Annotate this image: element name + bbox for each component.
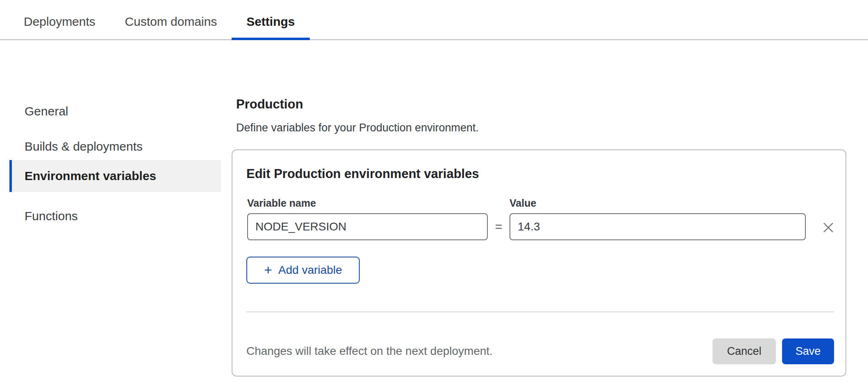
card-divider xyxy=(246,311,834,312)
variable-name-label: Variable name xyxy=(247,197,316,209)
pages-settings-screen: Deployments Custom domains Settings Gene… xyxy=(0,0,868,388)
save-button[interactable]: Save xyxy=(782,338,834,364)
card-title: Edit Production environment variables xyxy=(246,167,479,181)
tab-custom-domains[interactable]: Custom domains xyxy=(110,0,232,39)
add-variable-button[interactable]: + Add variable xyxy=(246,257,360,284)
card-footer: Changes will take effect on the next dep… xyxy=(246,338,834,364)
top-tab-bar: Deployments Custom domains Settings xyxy=(0,0,868,40)
tab-settings[interactable]: Settings xyxy=(232,0,309,39)
variable-name-input[interactable] xyxy=(247,213,488,240)
sidebar-item-builds-deployments[interactable]: Builds & deployments xyxy=(25,140,143,153)
cancel-button[interactable]: Cancel xyxy=(712,338,776,364)
page-title: Production xyxy=(236,97,303,112)
value-input[interactable] xyxy=(510,213,806,240)
sidebar-item-environment-variables[interactable]: Environment variables xyxy=(9,160,221,192)
equals-sign: = xyxy=(488,213,510,240)
x-icon xyxy=(823,222,834,233)
remove-variable-button[interactable] xyxy=(820,219,836,236)
sidebar-item-functions[interactable]: Functions xyxy=(25,210,78,222)
footer-actions: Cancel Save xyxy=(712,338,834,364)
tab-deployments[interactable]: Deployments xyxy=(9,0,110,39)
page-description: Define variables for your Production env… xyxy=(236,122,479,134)
footer-note: Changes will take effect on the next dep… xyxy=(246,345,493,358)
plus-icon: + xyxy=(264,264,272,276)
add-variable-label: Add variable xyxy=(278,264,342,277)
value-label: Value xyxy=(510,197,536,209)
environment-variables-card: Edit Production environment variables Va… xyxy=(232,149,846,377)
sidebar-item-general[interactable]: General xyxy=(25,105,68,117)
